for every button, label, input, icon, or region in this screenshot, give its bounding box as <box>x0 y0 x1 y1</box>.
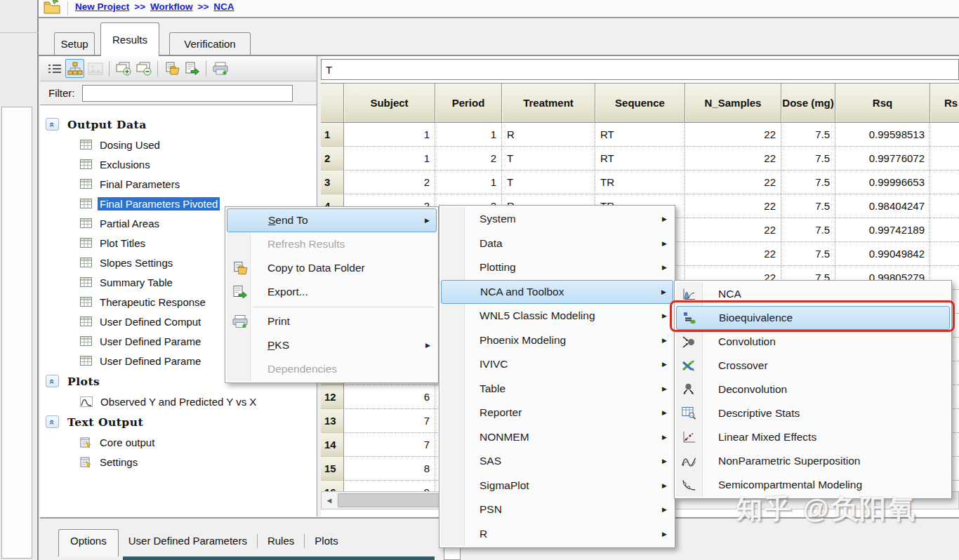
menu-item-plotting[interactable]: Plotting <box>441 255 673 280</box>
menu-item-copy-to-data-folder[interactable]: Copy to Data Folder <box>227 256 437 280</box>
bottom-tab-user-defined-parameters[interactable]: User Defined Parameters <box>119 535 257 547</box>
breadcrumb-link-new-project[interactable]: New Project <box>75 1 129 12</box>
expand-all-button[interactable] <box>114 59 133 78</box>
grid-cell[interactable] <box>930 242 959 265</box>
tree-item-core-output[interactable]: Core output <box>40 432 317 452</box>
tree-section-text-output[interactable]: «Text Output <box>40 411 317 432</box>
grid-cell[interactable]: R <box>502 123 595 146</box>
tab-setup[interactable]: Setup <box>54 32 95 55</box>
menu-item-sigmaplot[interactable]: SigmaPlot <box>441 474 673 498</box>
filter-input[interactable] <box>82 85 293 102</box>
grid-cell[interactable]: TR <box>595 171 685 194</box>
breadcrumb-link-nca[interactable]: NCA <box>213 1 234 12</box>
row-header[interactable]: 2 <box>321 147 344 171</box>
row-header[interactable]: 14 <box>321 433 344 457</box>
list-view-button[interactable] <box>45 59 64 78</box>
menu-item-send-to[interactable]: Send To <box>227 208 437 232</box>
grid-cell[interactable]: 1 <box>435 123 502 146</box>
menu-item-wnl5-classic-modeling[interactable]: WNL5 Classic Modeling <box>441 304 673 328</box>
row-header[interactable]: 3 <box>321 171 344 194</box>
grid-cell[interactable]: 2 <box>435 147 502 170</box>
column-header-period[interactable]: Period <box>435 84 502 122</box>
grid-cell[interactable]: 22 <box>685 123 781 146</box>
grid-cell[interactable]: 1 <box>344 147 435 170</box>
column-header-treatment[interactable]: Treatment <box>502 84 595 122</box>
grid-cell[interactable]: 0.99049842 <box>835 242 930 265</box>
grid-cell[interactable]: 7.5 <box>781 123 835 146</box>
tree-item-dosing-used[interactable]: Dosing Used <box>40 135 317 154</box>
row-header[interactable]: 15 <box>321 457 344 481</box>
menu-item-nca-and-toolbox[interactable]: NCA and Toolbox <box>441 280 673 305</box>
row-header[interactable]: 1 <box>321 123 344 147</box>
grid-cell[interactable]: 0.99742189 <box>835 218 930 241</box>
grid-cell[interactable]: 7 <box>344 409 435 432</box>
grid-cell[interactable] <box>930 218 959 241</box>
export-button[interactable] <box>183 59 201 78</box>
grid-cell[interactable] <box>930 123 959 146</box>
hierarchy-view-button[interactable] <box>65 59 84 78</box>
grid-cell[interactable]: 0.99776072 <box>835 147 930 170</box>
column-header-rsq[interactable]: Rsq <box>835 84 930 122</box>
grid-cell[interactable]: 0.99996653 <box>835 171 930 194</box>
grid-cell[interactable]: 2 <box>344 171 435 194</box>
grid-cell[interactable]: RT <box>595 147 685 170</box>
tree-item-settings[interactable]: Settings <box>40 452 317 472</box>
grid-cell[interactable]: 6 <box>344 385 435 408</box>
collapse-chevron-icon[interactable]: « <box>46 375 59 387</box>
row-header[interactable]: 12 <box>321 385 344 409</box>
menu-item-convolution[interactable]: Convolution <box>676 330 950 354</box>
menu-item-descriptive-stats[interactable]: Descriptive Stats <box>676 401 950 425</box>
row-header[interactable]: 13 <box>321 409 344 433</box>
grid-cell[interactable]: 0.99598513 <box>835 123 930 146</box>
tree-item-exclusions[interactable]: Exclusions <box>40 154 317 174</box>
bottom-tab-plots[interactable]: Plots <box>305 535 348 547</box>
grid-cell[interactable]: 22 <box>685 242 781 265</box>
menu-item-ivivc[interactable]: IVIVC <box>441 352 673 377</box>
menu-item-table[interactable]: Table <box>441 377 673 401</box>
copy-to-data-folder-button[interactable] <box>162 59 181 78</box>
grid-cell[interactable]: 22 <box>685 218 781 241</box>
grid-cell[interactable]: 8 <box>344 457 435 480</box>
menu-item-print[interactable]: Print <box>227 309 437 333</box>
grid-cell[interactable] <box>930 194 959 218</box>
menu-item-nonmem[interactable]: NONMEM <box>441 425 673 450</box>
menu-item-sas[interactable]: SAS <box>441 449 673 474</box>
grid-cell[interactable]: T <box>502 171 595 194</box>
grid-cell[interactable]: 1 <box>435 171 502 194</box>
column-header-n-samples[interactable]: N_Samples <box>685 84 781 122</box>
menu-item-deconvolution[interactable]: Deconvolution <box>676 378 950 401</box>
grid-cell[interactable]: T <box>502 147 595 170</box>
scroll-left-button[interactable]: ◄ <box>322 493 336 508</box>
menu-item-export[interactable]: Export... <box>227 280 437 304</box>
collapse-chevron-icon[interactable]: « <box>46 415 59 428</box>
grid-filter-field[interactable]: T <box>321 59 959 80</box>
grid-cell[interactable]: 22 <box>685 147 781 170</box>
bottom-tab-options[interactable]: Options <box>58 529 119 556</box>
menu-item-data[interactable]: Data <box>441 232 673 256</box>
grid-cell[interactable]: 0.98404247 <box>835 194 930 218</box>
grid-cell[interactable]: 22 <box>685 194 781 218</box>
column-header-subject[interactable]: Subject <box>344 84 435 122</box>
menu-item-r[interactable]: R <box>441 522 673 547</box>
menu-item-linear-mixed-effects[interactable]: Linear Mixed Effects <box>676 425 950 449</box>
column-header-rs[interactable]: Rs <box>930 84 959 122</box>
menu-item-psn[interactable]: PSN <box>441 498 673 522</box>
bottom-tab-rules[interactable]: Rules <box>258 535 304 547</box>
grid-cell[interactable] <box>930 147 959 170</box>
grid-cell[interactable]: 7.5 <box>781 242 835 265</box>
grid-cell[interactable]: 7.5 <box>781 147 835 170</box>
tab-verification[interactable]: Verification <box>169 32 251 55</box>
menu-item-reporter[interactable]: Reporter <box>441 401 673 425</box>
menu-item-crossover[interactable]: Crossover <box>676 354 950 378</box>
grid-cell[interactable] <box>930 171 959 194</box>
tree-item-observed-y-and-predicted-y-vs-x[interactable]: Observed Y and Predicted Y vs X <box>40 392 317 411</box>
tab-results[interactable]: Results <box>100 22 159 56</box>
grid-cell[interactable]: 7.5 <box>781 194 835 218</box>
collapse-chevron-icon[interactable]: « <box>46 118 59 131</box>
grid-cell[interactable]: 7.5 <box>781 218 835 241</box>
grid-cell[interactable]: 7 <box>344 433 435 456</box>
tree-item-final-parameters[interactable]: Final Parameters <box>40 174 317 194</box>
menu-item-phoenix-modeling[interactable]: Phoenix Modeling <box>441 328 673 353</box>
grid-cell[interactable]: 1 <box>344 123 435 146</box>
tree-section-output-data[interactable]: «Output Data <box>40 114 317 135</box>
